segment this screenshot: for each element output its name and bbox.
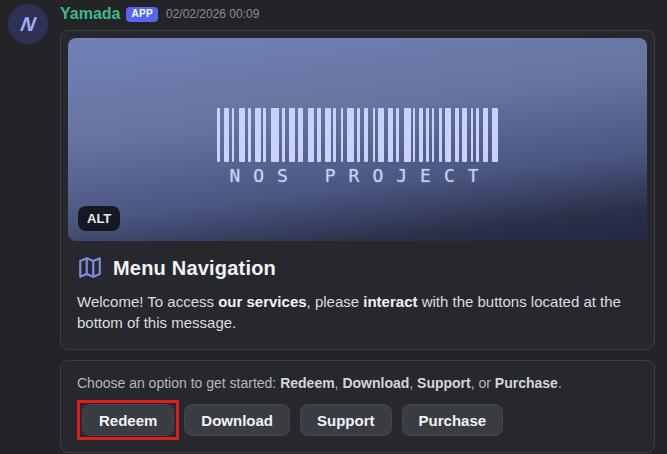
- username[interactable]: Yamada: [60, 5, 120, 23]
- avatar-logo: N: [19, 13, 38, 36]
- embed-title-text: Menu Navigation: [113, 257, 276, 280]
- purchase-button[interactable]: Purchase: [402, 404, 504, 436]
- avatar[interactable]: N: [8, 4, 48, 44]
- message-header: Yamada APP 02/02/2026 00:09: [60, 4, 655, 24]
- timestamp: 02/02/2026 00:09: [166, 7, 259, 21]
- support-button[interactable]: Support: [300, 404, 392, 436]
- alt-text-badge[interactable]: ALT: [78, 206, 120, 231]
- redeem-button-wrap: Redeem: [82, 404, 174, 436]
- banner-image[interactable]: NOS PROJECT ALT: [68, 38, 647, 241]
- discord-message: N Yamada APP 02/02/2026 00:09 NOS PROJEC…: [0, 0, 667, 453]
- barcode-graphic: [217, 108, 498, 162]
- embed-description: Welcome! To access our services, please …: [77, 291, 637, 333]
- button-row: Redeem Download Support Purchase: [77, 404, 638, 436]
- embed-title: Menu Navigation: [77, 255, 638, 281]
- app-badge: APP: [126, 7, 157, 22]
- prompt-text: Choose an option to get started: Redeem,…: [77, 375, 638, 391]
- banner-title: NOS PROJECT: [223, 165, 491, 186]
- embed-container: NOS PROJECT ALT Menu Navigation Welcome!…: [60, 30, 655, 350]
- download-button[interactable]: Download: [184, 404, 290, 436]
- redeem-button[interactable]: Redeem: [82, 404, 174, 436]
- map-icon: [77, 255, 103, 281]
- action-row-container: Choose an option to get started: Redeem,…: [60, 360, 655, 453]
- message-body: Yamada APP 02/02/2026 00:09 NOS PROJECT …: [60, 4, 655, 453]
- embed-content: Menu Navigation Welcome! To access our s…: [68, 241, 647, 342]
